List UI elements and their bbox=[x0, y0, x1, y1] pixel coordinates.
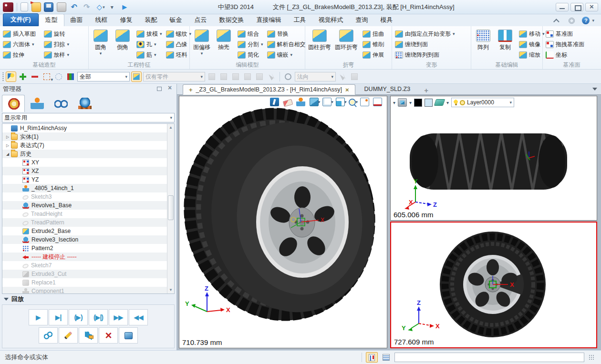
viewport-tool-icon[interactable] bbox=[373, 98, 382, 106]
tree-item[interactable]: Pattern2 bbox=[2, 244, 167, 253]
ribbon-button[interactable]: 拉伸 ▾ bbox=[1, 50, 42, 60]
history-filter-combo[interactable]: 显示常用▾ bbox=[2, 113, 175, 122]
tree-item[interactable]: 表达式(7) bbox=[2, 141, 167, 150]
viewport-tool-icon[interactable] bbox=[336, 98, 345, 106]
scroll-down-icon[interactable]: ▼ bbox=[167, 286, 174, 293]
tab-visibility-manager[interactable] bbox=[50, 95, 73, 112]
dropdown-arrow-icon[interactable]: ▾ bbox=[290, 52, 293, 57]
dropdown-arrow-icon[interactable]: ▾ bbox=[393, 100, 395, 105]
ribbon-button[interactable]: 伸展 ▾ bbox=[361, 50, 390, 60]
tree-item[interactable]: _4805_14inch_1 bbox=[2, 184, 167, 192]
playback-edit-button[interactable] bbox=[59, 327, 78, 344]
panel-close-icon[interactable] bbox=[166, 86, 174, 92]
quick-access-icon[interactable] bbox=[82, 2, 92, 12]
ribbon-button[interactable]: 移动 ▾ bbox=[517, 29, 547, 39]
tree-item[interactable]: Replace1 bbox=[2, 278, 167, 287]
tree-item[interactable]: XY bbox=[2, 158, 167, 167]
ribbon-big-button[interactable]: 抽壳 ▾ bbox=[213, 28, 235, 61]
ribbon-button[interactable]: 组合 ▾ bbox=[236, 29, 265, 39]
ribbon-button[interactable]: 替换 ▾ bbox=[265, 29, 312, 39]
ribbon-big-button[interactable]: 面偏移 ▾ bbox=[191, 28, 213, 61]
ribbon-button[interactable]: 简化 ▾ bbox=[236, 50, 265, 60]
viewport-tool-icon[interactable] bbox=[296, 98, 305, 106]
tire-front-view[interactable]: X Z Y X bbox=[391, 222, 596, 347]
ribbon-tab[interactable]: 模具 bbox=[374, 14, 399, 26]
ribbon-tab[interactable]: 直接编辑 bbox=[250, 14, 288, 26]
tree-item[interactable]: Extrude2_Base bbox=[2, 227, 167, 235]
background-color-swatch[interactable] bbox=[414, 99, 422, 107]
viewport-tool-icon[interactable] bbox=[322, 98, 332, 106]
tab-assembly-manager[interactable] bbox=[26, 95, 49, 112]
help-dropdown-arrow-icon[interactable]: ▾ bbox=[592, 18, 594, 23]
tab-list-dropdown-icon[interactable] bbox=[592, 88, 597, 91]
scrollbar-thumb[interactable] bbox=[168, 195, 174, 220]
dropdown-arrow-icon[interactable]: ▾ bbox=[67, 52, 70, 57]
viewport-tool-icon[interactable] bbox=[360, 98, 369, 106]
help-icon[interactable]: ? bbox=[581, 16, 590, 25]
dropdown-arrow-icon[interactable]: ▾ bbox=[453, 31, 455, 36]
tree-item[interactable]: Sketch7 bbox=[2, 261, 167, 270]
ribbon-button[interactable]: 扭曲 ▾ bbox=[361, 29, 390, 39]
selection-tool-icon[interactable]: ▾ bbox=[53, 71, 64, 82]
ribbon-tab[interactable]: 数据交换 bbox=[213, 14, 250, 26]
dropdown-arrow-icon[interactable]: ▾ bbox=[67, 42, 70, 47]
selection-tool-icon[interactable]: ▾ bbox=[30, 71, 40, 82]
ribbon-button[interactable]: 放样 ▾ bbox=[42, 50, 72, 60]
quick-access-icon[interactable] bbox=[120, 2, 129, 12]
dropdown-arrow-icon[interactable]: ▾ bbox=[355, 100, 358, 104]
window-button[interactable] bbox=[585, 3, 598, 11]
quick-access-icon[interactable] bbox=[94, 2, 104, 12]
ribbon-button[interactable]: 孔 ▾ bbox=[135, 39, 164, 50]
ribbon-button[interactable]: 旋转 ▾ bbox=[42, 29, 72, 39]
tree-item[interactable]: Extrude3_Cut bbox=[2, 270, 167, 278]
tree-item[interactable]: Sketch3 bbox=[2, 192, 167, 201]
playback-button[interactable]: (▶|) bbox=[89, 309, 108, 325]
quick-access-icon[interactable] bbox=[69, 2, 79, 12]
new-tab-button[interactable]: + bbox=[419, 86, 433, 94]
highlight-color-swatch[interactable] bbox=[425, 99, 433, 107]
ribbon-tab[interactable]: 钣金 bbox=[164, 14, 188, 26]
ribbon-button[interactable]: 缠绕到面 ▾ bbox=[393, 39, 457, 50]
playback-edit-button[interactable] bbox=[99, 327, 118, 344]
ribbon-big-button[interactable]: 复制 ▾ bbox=[494, 28, 516, 61]
viewport-tool-icon[interactable] bbox=[310, 98, 319, 106]
ribbon-big-button[interactable]: 倒角 ▾ bbox=[112, 28, 134, 61]
prompt-toggle-button[interactable] bbox=[366, 352, 378, 363]
dropdown-arrow-icon[interactable]: ▾ bbox=[409, 100, 412, 105]
tree-scrollbar[interactable]: ▲ ▼ bbox=[167, 124, 174, 293]
playback-section-header[interactable]: 回放 bbox=[0, 294, 176, 304]
playback-button[interactable]: (▶) bbox=[69, 309, 88, 325]
playback-edit-button[interactable] bbox=[39, 327, 58, 344]
tree-expander-icon[interactable] bbox=[4, 152, 11, 156]
command-input[interactable] bbox=[394, 353, 584, 362]
ribbon-tab[interactable]: 点云 bbox=[188, 14, 213, 26]
quick-access-icon[interactable] bbox=[107, 2, 117, 12]
ribbon-button[interactable]: 由指定点开始变形 ▾ bbox=[393, 29, 457, 39]
viewport-tool-icon[interactable] bbox=[270, 98, 279, 106]
ribbon-button[interactable]: 坯料 ▾ bbox=[164, 50, 194, 60]
tree-item[interactable]: YZ bbox=[2, 175, 167, 184]
log-list-button[interactable] bbox=[380, 352, 392, 363]
tire-side-view[interactable]: Y X Z bbox=[391, 96, 597, 221]
dropdown-arrow-icon[interactable]: ▾ bbox=[201, 51, 203, 56]
window-button[interactable] bbox=[570, 3, 583, 11]
tree-item[interactable]: 实体(1) bbox=[2, 132, 167, 141]
dropdown-arrow-icon[interactable]: ▾ bbox=[154, 42, 156, 47]
tree-expander-icon[interactable] bbox=[4, 135, 11, 139]
ribbon-button[interactable]: 筋 ▾ bbox=[135, 50, 164, 60]
settings-gear-icon[interactable] bbox=[567, 16, 576, 25]
document-tab[interactable]: + _Z3_GL_BrakesModelB_2013.Z3 - [H_Rim14… bbox=[183, 84, 355, 95]
layer-stack-icon[interactable] bbox=[434, 99, 446, 106]
dropdown-arrow-icon[interactable]: ▾ bbox=[331, 100, 333, 104]
ribbon-big-button[interactable]: 圆柱折弯 ▾ bbox=[306, 28, 333, 61]
ribbon-tab[interactable]: 曲面 bbox=[64, 14, 89, 26]
dropdown-arrow-icon[interactable]: ▾ bbox=[261, 42, 263, 47]
ribbon-button[interactable]: 螺纹 ▾ bbox=[164, 29, 194, 39]
tree-item[interactable]: TreadPattern bbox=[2, 218, 167, 227]
viewport-tool-icon[interactable] bbox=[349, 99, 356, 106]
quick-access-icon[interactable] bbox=[57, 2, 66, 12]
resize-grip[interactable] bbox=[589, 354, 594, 360]
selection-tool-icon[interactable]: ▾ bbox=[18, 71, 28, 82]
selection-tool-icon[interactable]: ▾ bbox=[65, 71, 76, 82]
playback-button[interactable]: ◀◀ bbox=[129, 309, 148, 325]
